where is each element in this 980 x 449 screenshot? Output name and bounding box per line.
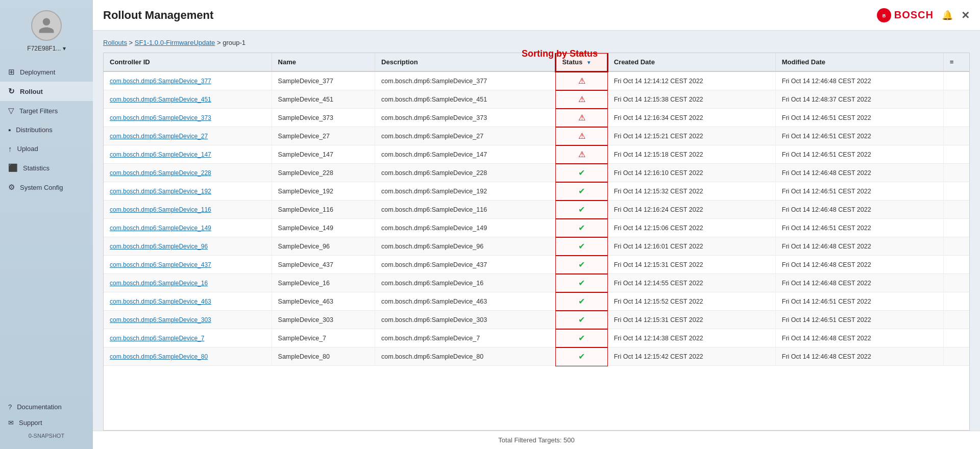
controller-id-link[interactable]: com.bosch.dmp6:SampleDevice_377 <box>110 78 211 85</box>
sidebar-item-upload[interactable]: ↑ Upload <box>0 139 93 158</box>
table-row: com.bosch.dmp6:SampleDevice_149SampleDev… <box>104 219 969 237</box>
col-header-controller-id[interactable]: Controller ID <box>104 53 272 71</box>
main-area: Rollout Management B BOSCH 🔔 ✕ Rollouts … <box>93 0 980 449</box>
table-menu-icon[interactable]: ≡ <box>950 58 954 66</box>
controller-id-link[interactable]: com.bosch.dmp6:SampleDevice_147 <box>110 151 211 158</box>
deployment-icon: ⊞ <box>8 67 15 77</box>
cell-created-date: Fri Oct 14 12:15:18 CEST 2022 <box>607 145 775 164</box>
table-row: com.bosch.dmp6:SampleDevice_7SampleDevic… <box>104 329 969 347</box>
controller-id-link[interactable]: com.bosch.dmp6:SampleDevice_116 <box>110 206 211 213</box>
cell-status: ⚠ <box>556 71 607 90</box>
status-success-icon: ✔ <box>578 223 585 232</box>
sidebar-item-target-filters[interactable]: ▽ Target Filters <box>0 101 93 120</box>
cell-controller-id: com.bosch.dmp6:SampleDevice_192 <box>104 182 272 201</box>
cell-name: SampleDevice_116 <box>272 201 375 219</box>
cell-controller-id: com.bosch.dmp6:SampleDevice_451 <box>104 90 272 109</box>
cell-description: com.bosch.dmp6:SampleDevice_373 <box>375 109 556 127</box>
cell-controller-id: com.bosch.dmp6:SampleDevice_16 <box>104 274 272 292</box>
cell-created-date: Fri Oct 14 12:16:10 CEST 2022 <box>607 164 775 182</box>
cell-controller-id: com.bosch.dmp6:SampleDevice_149 <box>104 219 272 237</box>
cell-name: SampleDevice_228 <box>272 164 375 182</box>
cell-name: SampleDevice_377 <box>272 71 375 90</box>
cell-row-menu <box>943 347 969 366</box>
cell-status: ✔ <box>556 274 607 292</box>
controller-id-link[interactable]: com.bosch.dmp6:SampleDevice_7 <box>110 335 204 342</box>
cell-name: SampleDevice_147 <box>272 145 375 164</box>
system-config-icon: ⚙ <box>8 183 15 192</box>
cell-created-date: Fri Oct 14 12:15:32 CEST 2022 <box>607 182 775 201</box>
controller-id-link[interactable]: com.bosch.dmp6:SampleDevice_373 <box>110 114 211 121</box>
upload-icon: ↑ <box>8 144 12 153</box>
status-error-icon: ⚠ <box>578 150 585 159</box>
table-row: com.bosch.dmp6:SampleDevice_377SampleDev… <box>104 71 969 90</box>
sidebar-item-label-upload: Upload <box>17 145 38 153</box>
close-icon[interactable]: ✕ <box>961 9 970 21</box>
cell-modified-date: Fri Oct 14 12:46:48 CEST 2022 <box>775 71 943 90</box>
cell-modified-date: Fri Oct 14 12:46:48 CEST 2022 <box>775 237 943 256</box>
cell-status: ✔ <box>556 292 607 311</box>
status-sort-arrow: ▼ <box>586 60 592 65</box>
username-label[interactable]: F72E98F1... <box>27 45 65 52</box>
sidebar-item-statistics[interactable]: ⬛ Statistics <box>0 158 93 178</box>
cell-description: com.bosch.dmp6:SampleDevice_27 <box>375 127 556 145</box>
controller-id-link[interactable]: com.bosch.dmp6:SampleDevice_27 <box>110 133 208 140</box>
col-header-name[interactable]: Name <box>272 53 375 71</box>
cell-status: ✔ <box>556 329 607 347</box>
breadcrumb-sf1[interactable]: SF1-1.0.0-FirmwareUpdate <box>135 39 215 46</box>
cell-description: com.bosch.dmp6:SampleDevice_451 <box>375 90 556 109</box>
svg-text:B: B <box>883 13 886 18</box>
controller-id-link[interactable]: com.bosch.dmp6:SampleDevice_303 <box>110 316 211 323</box>
cell-controller-id: com.bosch.dmp6:SampleDevice_96 <box>104 237 272 256</box>
controller-id-link[interactable]: com.bosch.dmp6:SampleDevice_16 <box>110 280 208 287</box>
sidebar-item-system-config[interactable]: ⚙ System Config <box>0 178 93 197</box>
controller-id-link[interactable]: com.bosch.dmp6:SampleDevice_80 <box>110 353 208 360</box>
cell-status: ⚠ <box>556 145 607 164</box>
cell-name: SampleDevice_7 <box>272 329 375 347</box>
cell-created-date: Fri Oct 14 12:15:31 CEST 2022 <box>607 311 775 329</box>
controller-id-link[interactable]: com.bosch.dmp6:SampleDevice_437 <box>110 261 211 268</box>
statistics-icon: ⬛ <box>8 163 18 172</box>
cell-name: SampleDevice_451 <box>272 90 375 109</box>
table-row: com.bosch.dmp6:SampleDevice_192SampleDev… <box>104 182 969 201</box>
table-row: com.bosch.dmp6:SampleDevice_16SampleDevi… <box>104 274 969 292</box>
cell-description: com.bosch.dmp6:SampleDevice_149 <box>375 219 556 237</box>
sidebar-item-rollout[interactable]: ↻ Rollout <box>0 82 93 101</box>
status-error-icon: ⚠ <box>578 77 585 85</box>
cell-description: com.bosch.dmp6:SampleDevice_463 <box>375 292 556 311</box>
sidebar-item-support[interactable]: ✉ Support <box>0 415 93 431</box>
cell-status: ✔ <box>556 237 607 256</box>
cell-modified-date: Fri Oct 14 12:46:51 CEST 2022 <box>775 145 943 164</box>
table-row: com.bosch.dmp6:SampleDevice_80SampleDevi… <box>104 347 969 366</box>
table-row: com.bosch.dmp6:SampleDevice_437SampleDev… <box>104 256 969 274</box>
controller-id-link[interactable]: com.bosch.dmp6:SampleDevice_192 <box>110 188 211 195</box>
cell-created-date: Fri Oct 14 12:15:42 CEST 2022 <box>607 347 775 366</box>
cell-row-menu <box>943 274 969 292</box>
cell-modified-date: Fri Oct 14 12:46:48 CEST 2022 <box>775 256 943 274</box>
cell-row-menu <box>943 71 969 90</box>
col-header-modified-date[interactable]: Modified Date <box>775 53 943 71</box>
controller-id-link[interactable]: com.bosch.dmp6:SampleDevice_228 <box>110 169 211 177</box>
col-header-menu[interactable]: ≡ <box>943 53 969 71</box>
sidebar-item-deployment[interactable]: ⊞ Deployment <box>0 62 93 82</box>
cell-row-menu <box>943 237 969 256</box>
controller-id-link[interactable]: com.bosch.dmp6:SampleDevice_451 <box>110 96 211 103</box>
breadcrumb-rollouts[interactable]: Rollouts <box>103 39 127 46</box>
status-success-icon: ✔ <box>578 315 585 324</box>
controller-id-link[interactable]: com.bosch.dmp6:SampleDevice_149 <box>110 224 211 232</box>
cell-controller-id: com.bosch.dmp6:SampleDevice_7 <box>104 329 272 347</box>
sidebar-item-documentation[interactable]: ? Documentation <box>0 399 93 415</box>
cell-modified-date: Fri Oct 14 12:46:48 CEST 2022 <box>775 164 943 182</box>
col-header-created-date[interactable]: Created Date <box>607 53 775 71</box>
sidebar-item-distributions[interactable]: ▪ Distributions <box>0 120 93 139</box>
table-wrapper[interactable]: Controller ID Name Description Status ▼ … <box>103 53 970 431</box>
cell-row-menu <box>943 311 969 329</box>
cell-created-date: Fri Oct 14 12:15:06 CEST 2022 <box>607 219 775 237</box>
content-area: Rollouts > SF1-1.0.0-FirmwareUpdate > gr… <box>93 31 980 431</box>
bell-icon[interactable]: 🔔 <box>942 10 953 21</box>
controller-id-link[interactable]: com.bosch.dmp6:SampleDevice_463 <box>110 298 211 305</box>
controller-id-link[interactable]: com.bosch.dmp6:SampleDevice_96 <box>110 243 208 250</box>
sidebar: F72E98F1... ⊞ Deployment ↻ Rollout ▽ Tar… <box>0 0 93 449</box>
status-success-icon: ✔ <box>578 279 585 287</box>
table-row: com.bosch.dmp6:SampleDevice_228SampleDev… <box>104 164 969 182</box>
cell-description: com.bosch.dmp6:SampleDevice_147 <box>375 145 556 164</box>
